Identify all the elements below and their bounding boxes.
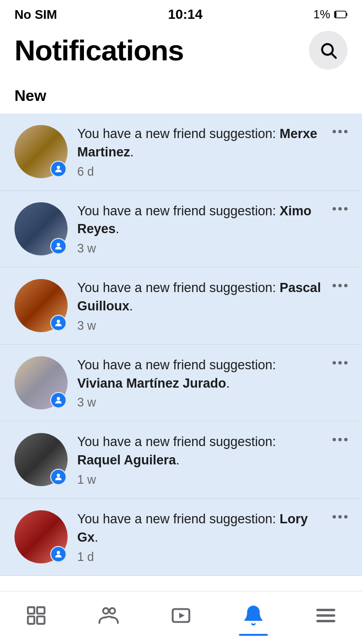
feed-icon xyxy=(25,604,47,627)
search-button[interactable] xyxy=(309,31,348,70)
avatar-wrap xyxy=(14,433,68,486)
notif-name: Ximo Reyes xyxy=(77,204,311,237)
nav-friends[interactable] xyxy=(80,596,138,635)
svg-rect-12 xyxy=(28,616,34,623)
notif-content: You have a new friend suggestion: Vivian… xyxy=(77,356,323,410)
nav-active-indicator xyxy=(239,634,268,636)
three-dots-icon xyxy=(333,130,348,133)
battery-icon xyxy=(334,11,348,18)
notif-name: Lory Gx xyxy=(77,512,308,545)
notif-time: 3 w xyxy=(77,395,323,409)
notification-item[interactable]: You have a new friend suggestion: Raquel… xyxy=(0,421,362,499)
avatar-wrap xyxy=(14,279,68,332)
notification-item[interactable]: You have a new friend suggestion: Pascal… xyxy=(0,267,362,345)
svg-point-15 xyxy=(103,608,109,614)
three-dots-icon xyxy=(333,515,348,518)
more-options-button[interactable] xyxy=(333,510,348,518)
search-icon xyxy=(319,41,337,59)
three-dots-icon xyxy=(333,438,348,441)
more-options-button[interactable] xyxy=(333,433,348,441)
person-icon xyxy=(54,549,63,559)
avatar-wrap xyxy=(14,125,68,178)
three-dots-icon xyxy=(333,207,348,210)
friend-suggestion-badge xyxy=(50,161,67,177)
friends-icon xyxy=(97,604,120,627)
more-options-button[interactable] xyxy=(333,202,348,210)
svg-point-7 xyxy=(57,320,60,323)
notif-time: 6 d xyxy=(77,165,323,179)
notif-text: You have a new friend suggestion: Pascal… xyxy=(77,279,323,316)
carrier-label: No SIM xyxy=(14,7,57,22)
battery-area: 1% xyxy=(313,8,348,21)
notif-text: You have a new friend suggestion: Vivian… xyxy=(77,356,323,393)
menu-icon xyxy=(315,604,337,627)
notif-time: 3 w xyxy=(77,319,323,333)
page-title: Notifications xyxy=(14,34,183,67)
svg-point-8 xyxy=(57,397,60,400)
notif-content: You have a new friend suggestion: Ximo R… xyxy=(77,202,323,256)
notif-text: You have a new friend suggestion: Merxe … xyxy=(77,125,323,162)
person-icon xyxy=(54,241,63,251)
notif-name: Pascal Guilloux xyxy=(77,280,321,313)
svg-rect-1 xyxy=(335,12,336,17)
notif-text: You have a new friend suggestion: Raquel… xyxy=(77,433,323,470)
notif-content: You have a new friend suggestion: Raquel… xyxy=(77,433,323,487)
watch-icon xyxy=(170,604,192,627)
notif-text: You have a new friend suggestion: Lory G… xyxy=(77,510,323,547)
three-dots-icon xyxy=(333,361,348,364)
notification-item[interactable]: You have a new friend suggestion: Vivian… xyxy=(0,345,362,422)
friend-suggestion-badge xyxy=(50,392,67,408)
more-options-button[interactable] xyxy=(333,279,348,287)
nav-notifications[interactable] xyxy=(224,596,282,635)
battery-percent: 1% xyxy=(313,8,330,21)
notifications-icon xyxy=(242,604,265,627)
avatar-wrap xyxy=(14,356,68,409)
notif-content: You have a new friend suggestion: Pascal… xyxy=(77,279,323,333)
three-dots-icon xyxy=(333,284,348,287)
svg-rect-11 xyxy=(28,607,34,613)
person-icon xyxy=(54,472,63,482)
friend-suggestion-badge xyxy=(50,546,67,562)
friend-suggestion-badge xyxy=(50,238,67,254)
person-icon xyxy=(54,395,63,405)
notif-name: Raquel Aguilera xyxy=(77,453,176,467)
svg-point-10 xyxy=(57,551,60,554)
section-new-label: New xyxy=(0,79,362,113)
notif-content: You have a new friend suggestion: Merxe … xyxy=(77,125,323,179)
svg-point-9 xyxy=(57,474,60,477)
svg-point-16 xyxy=(110,608,115,614)
notification-item[interactable]: You have a new friend suggestion: Merxe … xyxy=(0,113,362,191)
svg-point-6 xyxy=(57,243,60,246)
avatar-wrap xyxy=(14,202,68,255)
svg-rect-14 xyxy=(37,616,44,623)
nav-watch[interactable] xyxy=(152,596,210,635)
more-options-button[interactable] xyxy=(333,356,348,364)
notif-time: 3 w xyxy=(77,241,323,255)
bottom-nav xyxy=(0,591,362,644)
notifications-list: You have a new friend suggestion: Merxe … xyxy=(0,113,362,576)
notif-name: Viviana Martínez Jurado xyxy=(77,376,226,391)
svg-point-5 xyxy=(57,166,60,169)
person-icon xyxy=(54,164,63,174)
notif-content: You have a new friend suggestion: Lory G… xyxy=(77,510,323,564)
friend-suggestion-badge xyxy=(50,315,67,331)
more-options-button[interactable] xyxy=(333,125,348,133)
svg-rect-13 xyxy=(37,607,44,613)
notification-item[interactable]: You have a new friend suggestion: Ximo R… xyxy=(0,191,362,268)
person-icon xyxy=(54,318,63,328)
notif-time: 1 d xyxy=(77,550,323,564)
svg-rect-2 xyxy=(346,13,348,16)
avatar-wrap xyxy=(14,510,68,563)
notif-text: You have a new friend suggestion: Ximo R… xyxy=(77,202,323,239)
status-bar: No SIM 10:14 1% xyxy=(0,0,362,26)
svg-marker-18 xyxy=(179,613,185,618)
nav-menu[interactable] xyxy=(297,596,355,635)
notif-time: 1 w xyxy=(77,473,323,487)
time-label: 10:14 xyxy=(168,7,203,22)
svg-line-4 xyxy=(332,54,336,58)
header: Notifications xyxy=(0,26,362,79)
nav-feed[interactable] xyxy=(7,596,65,635)
friend-suggestion-badge xyxy=(50,469,67,485)
notif-name: Merxe Martinez xyxy=(77,126,317,159)
notification-item[interactable]: You have a new friend suggestion: Lory G… xyxy=(0,499,362,576)
